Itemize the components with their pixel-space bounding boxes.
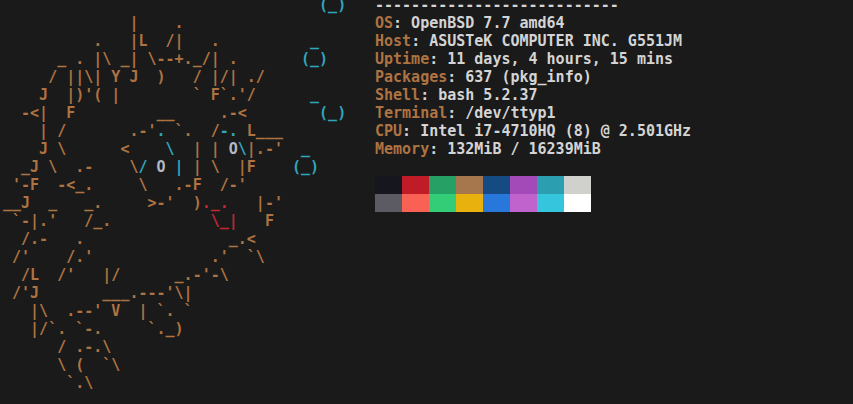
ascii-art-segment: |\ .--' V | `. ` (3, 302, 193, 320)
palette-swatch (429, 194, 456, 212)
ascii-art-segment (3, 0, 319, 14)
ascii-art-segment: / (138, 158, 147, 176)
palette-swatch (456, 194, 483, 212)
ascii-art-segment: _ . |\ _| \--+._/| . (3, 50, 301, 68)
info-line-shell: Shell: bash 5.2.37 (375, 86, 691, 104)
palette-swatch (564, 176, 591, 194)
ascii-art-segment: /'J ___.---'\| (3, 284, 193, 302)
info-line-packages: Packages: 637 (pkg_info) (375, 68, 691, 86)
palette-swatch (537, 194, 564, 212)
info-value: : 132MiB / 16239MiB (429, 140, 601, 158)
info-value: : ASUSTeK COMPUTER INC. G551JM (411, 32, 682, 50)
ascii-art-segment: -<| F __ .-< (3, 104, 319, 122)
info-label: CPU (375, 122, 402, 140)
ascii-art-segment: -. (220, 122, 238, 140)
palette-swatch (564, 194, 591, 212)
palette-swatch (483, 176, 510, 194)
ascii-art-segment: O (157, 158, 166, 176)
ascii-art-segment: _ (310, 86, 319, 104)
ascii-art-segment: |.-' (247, 140, 301, 158)
ascii-art-segment: `. / (166, 122, 220, 140)
ascii-art-segment: /' /.' .' `\ (3, 248, 265, 266)
ascii-art-segment: (_) (319, 104, 346, 122)
info-value: : Intel i7-4710HQ (8) @ 2.501GHz (402, 122, 691, 140)
ascii-art-segment: \ (166, 140, 175, 158)
ascii-art-segment: J |)'( | ` F`.'/ (3, 86, 310, 104)
ascii-art-segment: (_) (292, 158, 319, 176)
palette-swatch (510, 194, 537, 212)
palette-swatch (375, 194, 402, 212)
ascii-art-segment: '-F -<_. \ .-F /-' (3, 176, 247, 194)
palette-swatch (483, 194, 510, 212)
ascii-art-segment: /.- . _.< (3, 230, 256, 248)
ascii-art-segment: F (238, 212, 274, 230)
color-palette-row1 (375, 176, 691, 194)
ascii-art-segment: |/`. `-. `._) (3, 320, 184, 338)
info-value: : bash 5.2.37 (420, 86, 537, 104)
palette-swatch (375, 176, 402, 194)
ascii-art-segment: / .-.\ (3, 338, 111, 356)
ascii-art-segment: | \ |F (184, 158, 292, 176)
info-label: Terminal (375, 104, 447, 122)
info-line-os: OS: OpenBSD 7.7 amd64 (375, 14, 691, 32)
ascii-art-segment: \ ( `\ (3, 356, 120, 374)
ascii-art-segment: L___ (238, 122, 283, 140)
palette-swatch (456, 176, 483, 194)
info-line-cpu: CPU: Intel i7-4710HQ (8) @ 2.501GHz (375, 122, 691, 140)
info-label: Memory (375, 140, 429, 158)
info-label: Host (375, 32, 411, 50)
system-info: ---------------------------OS: OpenBSD 7… (375, 0, 691, 212)
info-separator: --------------------------- (375, 0, 691, 14)
info-line-terminal: Terminal: /dev/ttyp1 (375, 104, 691, 122)
info-label: Shell (375, 86, 420, 104)
ascii-art-segment (166, 158, 175, 176)
palette-swatch (537, 176, 564, 194)
info-line-uptime: Uptime: 11 days, 4 hours, 15 mins (375, 50, 691, 68)
ascii-art-segment: \_| (211, 212, 238, 230)
palette-swatch (510, 176, 537, 194)
ascii-art-segment: | (175, 158, 184, 176)
info-value: : /dev/ttyp1 (447, 104, 555, 122)
ascii-art-segment: |-' (229, 194, 283, 212)
ascii-art-segment: \ (238, 140, 247, 158)
blank-line (375, 158, 691, 176)
palette-swatch (402, 194, 429, 212)
ascii-art-openbsd-logo: (_) | . . |L /| . _ _ . |\ _| \--+._/| .… (3, 0, 346, 392)
ascii-art-segment: | / .-' (3, 122, 157, 140)
ascii-art-segment: . (157, 122, 166, 140)
ascii-art-segment (148, 158, 157, 176)
ascii-art-segment: ._. (202, 194, 229, 212)
ascii-art-segment: (_) (319, 0, 346, 14)
info-value: : OpenBSD 7.7 amd64 (393, 14, 565, 32)
info-line-memory: Memory: 132MiB / 16239MiB (375, 140, 691, 158)
color-palette-row2 (375, 194, 691, 212)
ascii-art-segment: | . (3, 14, 184, 32)
ascii-art-segment: __J _ _. >-' ) (3, 194, 202, 212)
ascii-art-segment: `.\ (3, 374, 93, 392)
ascii-art-segment: . |L /| . (3, 32, 310, 50)
ascii-art-segment: O (229, 140, 238, 158)
palette-swatch (429, 176, 456, 194)
ascii-art-segment: `-|.' /_. (3, 212, 211, 230)
terminal-window[interactable]: (_) | . . |L /| . _ _ . |\ _| \--+._/| .… (0, 0, 853, 404)
ascii-art-segment: / ||\| Y J ) / |/| ./ (3, 68, 265, 86)
ascii-art-segment: /L /' |/ _.-'-\ (3, 266, 229, 284)
palette-swatch (402, 176, 429, 194)
info-value: : 637 (pkg_info) (447, 68, 592, 86)
ascii-art-segment: J \ < (3, 140, 166, 158)
info-label: OS (375, 14, 393, 32)
info-line-host: Host: ASUSTeK COMPUTER INC. G551JM (375, 32, 691, 50)
ascii-art-segment: | | (175, 140, 229, 158)
info-label: Uptime (375, 50, 429, 68)
ascii-art-segment: _J \ .- \ (3, 158, 138, 176)
ascii-art-segment: (_) (301, 50, 328, 68)
ascii-art-segment: _ (310, 32, 319, 50)
info-value: : 11 days, 4 hours, 15 mins (429, 50, 673, 68)
ascii-art-segment: _ (301, 140, 310, 158)
info-label: Packages (375, 68, 447, 86)
